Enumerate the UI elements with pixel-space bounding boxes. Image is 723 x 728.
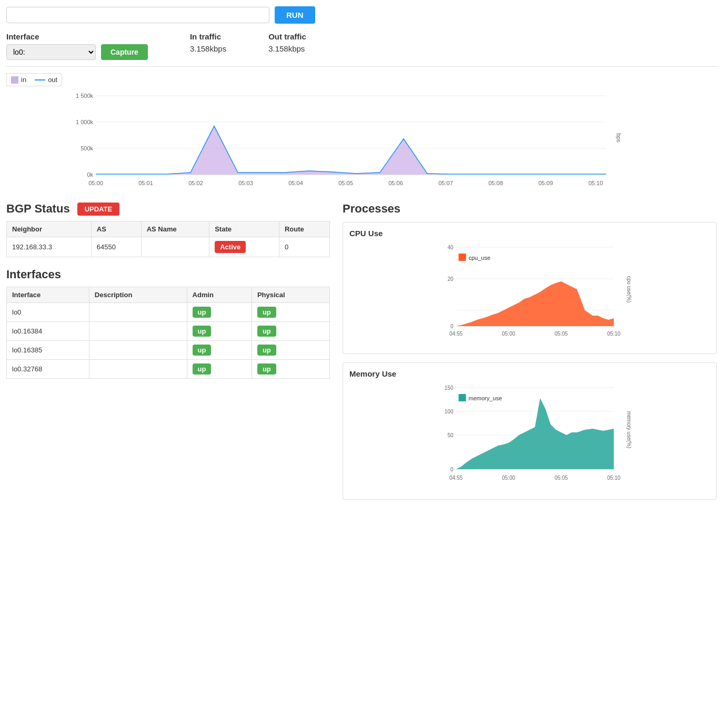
legend-in-color <box>11 76 18 84</box>
iface-physical: up <box>252 303 329 322</box>
iface-col-interface: Interface <box>7 287 89 303</box>
svg-text:05:00: 05:00 <box>502 475 515 481</box>
memory-chart-card: Memory Use 150 100 50 0 memory use(%) me… <box>343 362 717 500</box>
svg-text:cpu_use: cpu_use <box>469 255 491 261</box>
svg-text:0: 0 <box>450 323 454 329</box>
cpu-chart-svg: 40 20 0 cpu use(%) cpu_use 04:55 05:00 0… <box>349 242 710 347</box>
bgp-col-neighbor: Neighbor <box>7 221 92 237</box>
out-traffic-label: Out traffic <box>268 32 306 41</box>
iface-name: lo0.16385 <box>7 341 89 360</box>
svg-marker-31 <box>456 281 614 326</box>
interface-select[interactable]: lo0: <box>6 44 96 60</box>
iface-physical: up <box>252 322 329 341</box>
cpu-chart-title: CPU Use <box>349 229 710 238</box>
iface-admin: up <box>187 360 252 379</box>
svg-text:05:00: 05:00 <box>88 180 103 186</box>
svg-marker-9 <box>96 125 606 175</box>
interface-label: Interface <box>6 32 148 41</box>
memory-chart-svg: 150 100 50 0 memory use(%) memory_use 04… <box>349 382 710 493</box>
iface-name: lo0 <box>7 303 89 322</box>
svg-text:05:10: 05:10 <box>607 475 620 481</box>
memory-chart-title: Memory Use <box>349 369 710 378</box>
run-button[interactable]: RUN <box>275 6 315 24</box>
svg-text:1 000k: 1 000k <box>76 119 94 125</box>
svg-text:04:55: 04:55 <box>449 331 463 337</box>
right-panel: Processes CPU Use 40 20 0 cpu use(%) cpu… <box>343 202 717 508</box>
iface-admin: up <box>187 322 252 341</box>
bgp-col-asname: AS Name <box>141 221 209 237</box>
svg-text:cpu use(%): cpu use(%) <box>626 276 632 303</box>
svg-text:05:01: 05:01 <box>138 180 153 186</box>
iface-description <box>89 322 187 341</box>
physical-badge: up <box>257 326 276 337</box>
svg-text:05:05: 05:05 <box>555 475 568 481</box>
traffic-svg: 1 500k 1 000k 500k 0k bps 05:00 05:01 05… <box>6 90 696 196</box>
iface-admin: up <box>187 303 252 322</box>
iface-description <box>89 341 187 360</box>
legend-in-label: in <box>21 76 26 84</box>
bgp-neighbor: 192.168.33.3 <box>7 237 92 257</box>
physical-badge: up <box>257 307 276 318</box>
svg-rect-46 <box>459 394 466 401</box>
svg-text:memory_use: memory_use <box>469 395 503 401</box>
admin-badge: up <box>193 326 212 337</box>
iface-physical: up <box>252 360 329 379</box>
bgp-route: 0 <box>279 237 329 257</box>
chart-legend: in out <box>6 73 62 86</box>
iface-name: lo0.16384 <box>7 322 89 341</box>
state-badge: Active <box>215 241 246 253</box>
traffic-chart-section: in out 1 500k 1 000k 500k 0k bps 05: <box>6 66 717 196</box>
lower-section: BGP Status UPDATE Neighbor AS AS Name St… <box>6 202 717 508</box>
admin-badge: up <box>193 363 212 375</box>
svg-text:05:10: 05:10 <box>588 180 603 186</box>
svg-text:05:05: 05:05 <box>555 331 568 337</box>
svg-text:05:02: 05:02 <box>188 180 203 186</box>
svg-text:150: 150 <box>445 385 454 391</box>
iface-description <box>89 303 187 322</box>
legend-in: in <box>11 76 26 84</box>
svg-text:50: 50 <box>447 432 454 438</box>
svg-rect-29 <box>459 254 466 261</box>
bgp-as: 64550 <box>91 237 141 257</box>
svg-text:0: 0 <box>450 467 454 472</box>
legend-out: out <box>35 76 57 84</box>
svg-text:05:08: 05:08 <box>488 180 503 186</box>
svg-text:0k: 0k <box>87 171 93 178</box>
svg-text:05:10: 05:10 <box>607 331 620 337</box>
left-panel: BGP Status UPDATE Neighbor AS AS Name St… <box>6 202 330 508</box>
legend-out-color <box>35 79 45 80</box>
svg-text:100: 100 <box>445 409 454 414</box>
iface-col-admin: Admin <box>187 287 252 303</box>
bgp-col-as: AS <box>91 221 141 237</box>
capture-button[interactable]: Capture <box>101 44 148 60</box>
svg-text:1 500k: 1 500k <box>76 93 94 99</box>
iface-table-row: lo0 up up <box>7 303 330 322</box>
iface-table-row: lo0.16385 up up <box>7 341 330 360</box>
iface-col-physical: Physical <box>252 287 329 303</box>
cpu-chart-card: CPU Use 40 20 0 cpu use(%) cpu_use <box>343 222 717 354</box>
svg-text:bps: bps <box>616 133 622 143</box>
admin-badge: up <box>193 345 212 356</box>
in-traffic-value: 3.158kbps <box>190 44 226 53</box>
out-traffic-value: 3.158kbps <box>268 44 306 53</box>
bgp-col-route: Route <box>279 221 329 237</box>
iface-admin: up <box>187 341 252 360</box>
legend-out-label: out <box>48 76 57 84</box>
command-input[interactable]: show int lo0 <box>6 7 269 23</box>
interface-section: Interface lo0: Capture In traffic 3.158k… <box>6 32 717 60</box>
bgp-table-row: 192.168.33.3 64550 Active 0 <box>7 237 330 257</box>
bgp-table: Neighbor AS AS Name State Route 192.168.… <box>6 221 330 257</box>
update-button[interactable]: UPDATE <box>77 203 119 216</box>
physical-badge: up <box>257 345 276 356</box>
iface-table-row: lo0.16384 up up <box>7 322 330 341</box>
admin-badge: up <box>193 307 212 318</box>
svg-marker-48 <box>456 398 614 469</box>
iface-col-description: Description <box>89 287 187 303</box>
svg-text:05:04: 05:04 <box>288 180 303 186</box>
bgp-asname <box>141 237 209 257</box>
svg-text:20: 20 <box>447 276 454 282</box>
svg-text:05:03: 05:03 <box>238 180 253 186</box>
svg-text:memory use(%): memory use(%) <box>626 411 632 449</box>
iface-description <box>89 360 187 379</box>
svg-text:05:00: 05:00 <box>502 331 515 337</box>
